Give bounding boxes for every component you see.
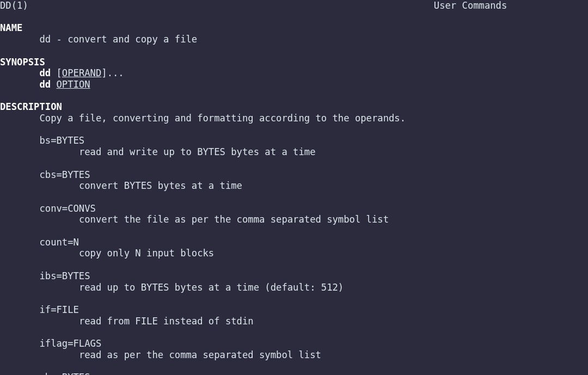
option-term: if=FILE [39, 304, 78, 315]
synopsis-cmd-2: dd [39, 79, 51, 90]
synopsis-cmd-1: dd [39, 67, 51, 78]
header-left: DD(1) [0, 0, 28, 11]
synopsis-rest-1a: [ [51, 67, 62, 78]
option-term: cbs=BYTES [39, 169, 90, 180]
section-description-heading: DESCRIPTION [0, 101, 62, 112]
option-desc: read up to BYTES bytes at a time (defaul… [79, 282, 344, 293]
name-text: dd - convert and copy a file [39, 34, 197, 45]
section-synopsis-heading: SYNOPSIS [0, 57, 45, 67]
option-desc: read as per the comma separated symbol l… [79, 349, 321, 360]
synopsis-rest-1b: ]... [101, 67, 124, 78]
header-center: User Commands [434, 0, 507, 11]
option-term: obs=BYTES [39, 372, 90, 375]
synopsis-option-2: OPTION [57, 79, 90, 90]
description-intro: Copy a file, converting and formatting a… [39, 113, 406, 124]
option-term: bs=BYTES [39, 135, 84, 146]
synopsis-rest-2a [51, 79, 56, 90]
option-desc: convert BYTES bytes at a time [79, 180, 242, 191]
option-desc: convert the file as per the comma separa… [79, 214, 389, 225]
option-term: ibs=BYTES [39, 271, 90, 281]
man-page-screen[interactable]: DD(1) User Commands NAME dd - convert an… [0, 0, 588, 375]
option-desc: read and write up to BYTES bytes at a ti… [79, 146, 316, 157]
header-spacer [28, 0, 434, 11]
option-term: count=N [39, 237, 78, 248]
option-term: conv=CONVS [39, 203, 95, 214]
option-desc: copy only N input blocks [79, 248, 214, 259]
option-term: iflag=FLAGS [39, 338, 101, 349]
synopsis-operand-1: OPERAND [62, 67, 101, 78]
option-desc: read from FILE instead of stdin [79, 316, 254, 327]
section-name-heading: NAME [0, 22, 22, 33]
